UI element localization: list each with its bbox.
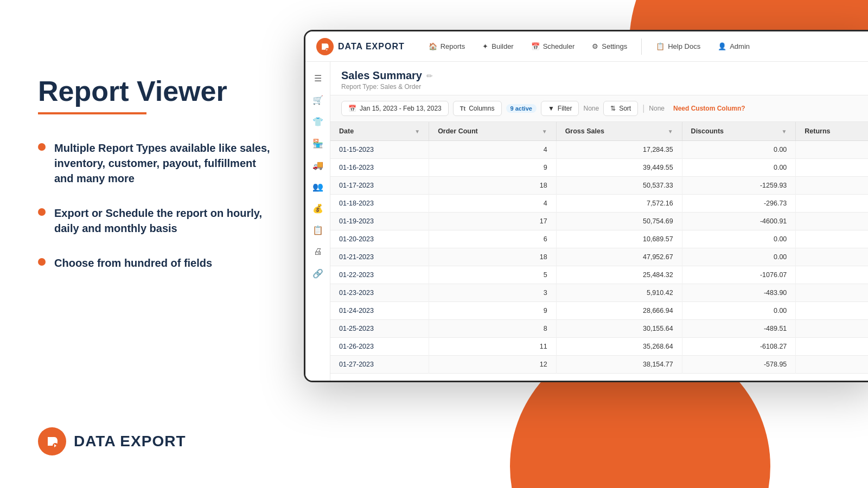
nav-item-scheduler[interactable]: 📅 Scheduler: [524, 38, 583, 55]
columns-button[interactable]: Tt Columns: [453, 101, 502, 116]
cell-discounts: 0.00: [682, 141, 796, 159]
columns-icon: Tt: [460, 105, 465, 112]
cell-discounts: -296.73: [682, 195, 796, 213]
filter-icon: ▼: [548, 105, 554, 112]
cell-returns: [796, 159, 868, 177]
table-row: 01-23-2023 3 5,910.42 -483.90: [330, 284, 868, 302]
nav-settings-label: Settings: [602, 42, 627, 50]
sidebar-icon-cart[interactable]: 🛒: [308, 90, 328, 110]
custom-column-link[interactable]: Need Custom Column?: [673, 105, 745, 112]
builder-icon: ✦: [482, 42, 488, 50]
report-title: Sales Summary: [341, 69, 422, 82]
sidebar-icon-delivery[interactable]: 🚚: [308, 155, 328, 175]
sidebar-icon-customers[interactable]: 👥: [308, 177, 328, 196]
cell-date: 01-26-2023: [330, 338, 429, 356]
app-logo-circle: [316, 38, 334, 55]
app-sidebar: ☰ 🛒 👕 🏪 🚚 👥 💰 📋 🖨 🔗: [305, 62, 330, 381]
report-title-row: Sales Summary ✏: [341, 69, 866, 82]
table-row: 01-17-2023 18 50,537.33 -1259.93: [330, 177, 868, 195]
sidebar-icon-links[interactable]: 🔗: [308, 264, 328, 283]
col-discounts[interactable]: Discounts ▼: [682, 122, 796, 141]
table-row: 01-21-2023 18 47,952.67 0.00: [330, 248, 868, 266]
cell-gross-sales: 25,484.32: [556, 266, 682, 284]
cell-order-count: 17: [429, 213, 557, 230]
table-row: 01-16-2023 9 39,449.55 0.00: [330, 159, 868, 177]
table-container: Date ▼ Order Count ▼: [330, 122, 868, 381]
cell-date: 01-15-2023: [330, 141, 429, 159]
nav-divider: [641, 38, 642, 55]
sidebar-icon-menu[interactable]: ☰: [308, 68, 328, 88]
nav-item-builder[interactable]: ✦ Builder: [475, 38, 521, 55]
left-content: Report Viewer Multiple Report Types avai…: [38, 76, 271, 271]
cell-gross-sales: 50,754.69: [556, 213, 682, 230]
nav-scheduler-label: Scheduler: [543, 42, 575, 50]
col-gross-sales[interactable]: Gross Sales ▼: [556, 122, 682, 141]
col-returns[interactable]: Returns: [796, 122, 868, 141]
nav-help-label: Help Docs: [668, 42, 700, 50]
feature-bullet: [38, 208, 46, 216]
cell-returns: [796, 356, 868, 374]
cell-order-count: 9: [429, 159, 557, 177]
cell-gross-sales: 7,572.16: [556, 195, 682, 213]
sort-icon: ⇅: [610, 105, 616, 112]
cell-date: 01-20-2023: [330, 230, 429, 248]
col-date[interactable]: Date ▼: [330, 122, 429, 141]
cell-date: 01-16-2023: [330, 159, 429, 177]
sidebar-icon-store[interactable]: 🏪: [308, 133, 328, 153]
cell-returns: [796, 141, 868, 159]
cell-returns: [796, 213, 868, 230]
sort-order-icon: ▼: [542, 129, 547, 134]
nav-item-reports[interactable]: 🏠 Reports: [421, 38, 473, 55]
app-brand-text: DATA EXPORT: [338, 42, 405, 52]
table-row: 01-26-2023 11 35,268.64 -6108.27: [330, 338, 868, 356]
sort-label: Sort: [619, 105, 631, 112]
nav-item-settings[interactable]: ⚙ Settings: [584, 38, 635, 55]
cell-order-count: 18: [429, 177, 557, 195]
cell-discounts: -4600.91: [682, 213, 796, 230]
cell-discounts: -6108.27: [682, 338, 796, 356]
edit-icon[interactable]: ✏: [426, 72, 433, 80]
cell-order-count: 8: [429, 320, 557, 338]
app-header: Sales Summary ✏ Report Type: Sales & Ord…: [330, 62, 868, 95]
cell-gross-sales: 5,910.42: [556, 284, 682, 302]
cell-order-count: 9: [429, 302, 557, 320]
cell-returns: [796, 177, 868, 195]
calendar-icon: 📅: [348, 105, 356, 112]
cell-discounts: -1259.93: [682, 177, 796, 195]
sidebar-icon-print[interactable]: 🖨: [308, 242, 328, 261]
feature-bullet: [38, 143, 46, 151]
sidebar-icon-apparel[interactable]: 👕: [308, 112, 328, 131]
cell-returns: [796, 284, 868, 302]
cell-returns: [796, 302, 868, 320]
cell-returns: [796, 248, 868, 266]
cell-order-count: 18: [429, 248, 557, 266]
home-icon: 🏠: [429, 42, 437, 50]
table-row: 01-18-2023 4 7,572.16 -296.73: [330, 195, 868, 213]
feature-text: Multiple Report Types available like sal…: [54, 140, 271, 186]
cell-gross-sales: 50,537.33: [556, 177, 682, 195]
sidebar-icon-payout[interactable]: 💰: [308, 198, 328, 218]
sidebar-icon-reports[interactable]: 📋: [308, 220, 328, 240]
cell-discounts: 0.00: [682, 302, 796, 320]
filter-button[interactable]: ▼ Filter: [541, 101, 579, 116]
cell-order-count: 3: [429, 284, 557, 302]
cell-discounts: 0.00: [682, 159, 796, 177]
table-row: 01-24-2023 9 28,666.94 0.00: [330, 302, 868, 320]
app-navbar: DATA EXPORT 🏠 Reports ✦ Builder 📅 Schedu…: [305, 31, 868, 62]
feature-text: Export or Schedule the report on hourly,…: [54, 206, 271, 236]
nav-item-helpdocs[interactable]: 📋 Help Docs: [648, 38, 708, 55]
sort-button[interactable]: ⇅ Sort: [603, 101, 638, 116]
nav-item-admin[interactable]: 👤 Admin: [710, 38, 757, 55]
cell-returns: [796, 195, 868, 213]
table-row: 01-20-2023 6 10,689.57 0.00: [330, 230, 868, 248]
col-order-count[interactable]: Order Count ▼: [429, 122, 557, 141]
settings-icon: ⚙: [592, 42, 598, 50]
cell-order-count: 11: [429, 338, 557, 356]
brand-footer: DATA EXPORT: [38, 427, 271, 455]
table-row: 01-27-2023 12 38,154.77 -578.95: [330, 356, 868, 374]
active-badge: 9 active: [506, 104, 537, 113]
feature-item: Export or Schedule the report on hourly,…: [38, 206, 271, 236]
cell-discounts: -578.95: [682, 356, 796, 374]
date-range-picker[interactable]: 📅 Jan 15, 2023 - Feb 13, 2023: [341, 101, 449, 116]
cell-gross-sales: 38,154.77: [556, 356, 682, 374]
